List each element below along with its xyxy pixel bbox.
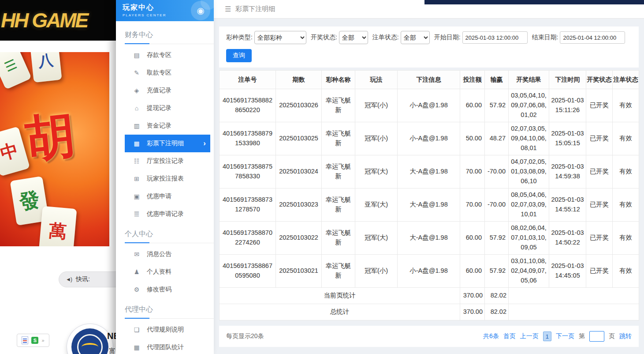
cell-draw-status: 已开奖 <box>586 122 613 155</box>
cell-play: 冠军(大) <box>355 155 398 188</box>
sidebar-item-lottery-bet-details[interactable]: ▦ 彩票下注明细 › <box>125 135 210 152</box>
tile-glyph: ☰ <box>2 56 19 75</box>
team-logo-badge <box>67 324 113 354</box>
cell-period: 20250103025 <box>276 122 322 155</box>
page-title: 彩票下注明细 <box>235 5 275 13</box>
sidebar-item-label: 优惠申请记录 <box>147 210 184 218</box>
jump-button[interactable]: 跳转 <box>619 332 632 340</box>
sidebar-item-profile[interactable]: ♟ 个人资料 <box>116 263 214 281</box>
player-report-icon: ⊞ <box>133 175 141 182</box>
cell-lottery: 幸运飞艇新 <box>322 89 355 122</box>
cell-lottery: 幸运飞艇新 <box>322 155 355 188</box>
sidebar-item-player-bet-report[interactable]: ⊞ 玩家投注报表 <box>116 170 214 188</box>
cell-amount: 50.00 <box>460 122 485 155</box>
cell-winloss: -70.00 <box>485 155 509 188</box>
sidebar-item-promo-records[interactable]: ☰ 优惠申请记录 <box>116 205 214 223</box>
cell-bet-id: 401569173588791533980 <box>220 122 276 155</box>
cell-order-status: 有效 <box>613 89 639 122</box>
desktop-tray: S » <box>17 334 49 347</box>
cell-period: 20250103021 <box>276 255 322 288</box>
table-row: 401569173588828650220 20250103026 幸运飞艇新 … <box>220 89 639 122</box>
col-header-amount: 投注额 <box>460 71 485 89</box>
start-date-input[interactable] <box>462 31 528 44</box>
sidebar-item-label: 彩票下注明细 <box>147 139 184 147</box>
ticker-label: 快讯: <box>76 275 90 283</box>
mahjong-banner: ☰ 八 胡 中 發 萬 <box>0 52 109 246</box>
mahjong-tile: ☰ <box>0 52 32 90</box>
background-page: HH GAME ☰ 八 胡 中 發 萬 ◄) 快讯: NE 富 S » <box>0 0 116 354</box>
cell-amount: 60.00 <box>460 255 485 288</box>
sidebar-item-announcements[interactable]: ✉ 消息公告 <box>116 245 214 263</box>
draw-status-select[interactable]: 全部 <box>339 31 368 44</box>
cell-info: 大-A盘@1.98 <box>398 222 460 255</box>
jump-suffix: 页 <box>609 332 615 340</box>
bets-table: 注单号 期数 彩种名称 玩法 下注信息 投注额 输赢 开奖结果 下注时间 开奖状… <box>219 70 639 320</box>
cell-period: 20250103024 <box>276 155 322 188</box>
search-button[interactable]: 查询 <box>226 49 252 62</box>
page-content: 彩种类型: 全部彩种 开奖状态: 全部 注单状态: 全部 开始日期: 结束日期: <box>214 19 644 354</box>
hall-bets-icon: ☷ <box>133 158 141 165</box>
cell-time: 2025-01-03 15:05:15 <box>549 122 586 155</box>
cell-order-status: 有效 <box>613 122 639 155</box>
gamepad-icon: ◉ <box>191 1 210 20</box>
cell-draw-status: 已开奖 <box>586 255 613 288</box>
team-logo-bridge <box>82 343 98 351</box>
sidebar-item-label: 存款专区 <box>147 51 171 59</box>
tile-glyph: 發 <box>17 186 41 216</box>
sidebar-item-withdraw[interactable]: ✎ 取款专区 <box>116 64 214 82</box>
sidebar-item-hall-bet-records[interactable]: ☷ 厅室投注记录 <box>116 152 214 170</box>
col-header-lottery: 彩种名称 <box>322 71 355 89</box>
sidebar-item-deposit[interactable]: ▤ 存款专区 <box>116 46 214 64</box>
partial-text-ne: NE <box>107 331 116 341</box>
cell-amount: 60.00 <box>460 89 485 122</box>
sidebar-item-recharge-records[interactable]: ◈ 充值记录 <box>116 82 214 99</box>
sidebar-item-agent-team-stats[interactable]: ▦ 代理团队统计 <box>116 339 214 354</box>
cell-bet-id: 401569173588731278570 <box>220 188 276 222</box>
lottery-type-select[interactable]: 全部彩种 <box>254 31 306 44</box>
sidebar-item-withdrawal-records[interactable]: ⌂ 提现记录 <box>116 99 214 117</box>
cell-period: 20250103026 <box>276 89 322 122</box>
end-date-input[interactable] <box>560 31 625 44</box>
table-row: 401569173588731278570 20250103023 幸运飞艇新 … <box>220 188 639 222</box>
menu-icon[interactable]: ☰ <box>225 5 231 13</box>
cell-result: 08,02,06,04,07,01,03,10,09,05 <box>509 222 549 255</box>
tile-glyph: 中 <box>0 137 21 166</box>
agent-rules-icon: ❏ <box>133 326 141 333</box>
sidebar-item-agent-rules[interactable]: ❏ 代理规则说明 <box>116 321 214 339</box>
main-area: ☰ 彩票下注明细 彩种类型: 全部彩种 开奖状态: 全部 注单状态: 全部 <box>214 0 644 354</box>
sidebar-item-label: 优惠申请 <box>147 192 171 200</box>
order-status-select[interactable]: 全部 <box>401 31 430 44</box>
current-page-button[interactable]: 1 <box>543 331 551 341</box>
page-summary-empty <box>509 288 639 304</box>
cell-time: 2025-01-03 14:50:22 <box>549 222 586 255</box>
news-ticker: ◄) 快讯: <box>59 271 116 287</box>
sidebar-item-funds-records[interactable]: ▥ 资金记录 <box>116 117 214 135</box>
profile-icon: ♟ <box>133 268 141 275</box>
draw-status-label: 开奖状态: <box>311 34 337 41</box>
cell-info: 小-A盘@1.98 <box>398 89 460 122</box>
lottery-bets-icon: ▦ <box>133 140 141 147</box>
first-page-link[interactable]: 首页 <box>503 332 516 340</box>
cell-lottery: 幸运飞艇新 <box>322 255 355 288</box>
jump-page-input[interactable] <box>589 331 604 342</box>
sidebar-item-label: 玩家投注报表 <box>147 175 184 183</box>
funds-record-icon: ▥ <box>133 122 141 129</box>
speaker-icon: ◄) <box>66 276 72 282</box>
cell-order-status: 有效 <box>613 255 639 288</box>
cell-winloss: 57.92 <box>485 89 509 122</box>
deposit-icon: ▤ <box>133 52 141 59</box>
cell-winloss: 57.92 <box>485 255 509 288</box>
chevron-right-icon: › <box>203 139 206 148</box>
sidebar-item-label: 资金记录 <box>147 122 171 130</box>
app-root: HH GAME ☰ 八 胡 中 發 萬 ◄) 快讯: NE 富 S » <box>0 0 644 354</box>
table-header-row: 注单号 期数 彩种名称 玩法 下注信息 投注额 输赢 开奖结果 下注时间 开奖状… <box>220 71 639 89</box>
order-status-label: 注单状态: <box>372 34 399 41</box>
sidebar-item-promo-apply[interactable]: ▣ 优惠申请 <box>116 188 214 205</box>
tile-glyph: 萬 <box>48 218 68 244</box>
next-page-link[interactable]: 下一页 <box>556 332 574 340</box>
cell-info: 大-A盘@1.98 <box>398 155 460 188</box>
pagination-controls: 共6条 首页 上一页 1 下一页 第 页 跳转 <box>483 331 632 342</box>
prev-page-link[interactable]: 上一页 <box>520 332 539 340</box>
sidebar-item-change-password[interactable]: ⚙ 修改密码 <box>116 281 214 298</box>
cell-order-status: 有效 <box>613 222 639 255</box>
